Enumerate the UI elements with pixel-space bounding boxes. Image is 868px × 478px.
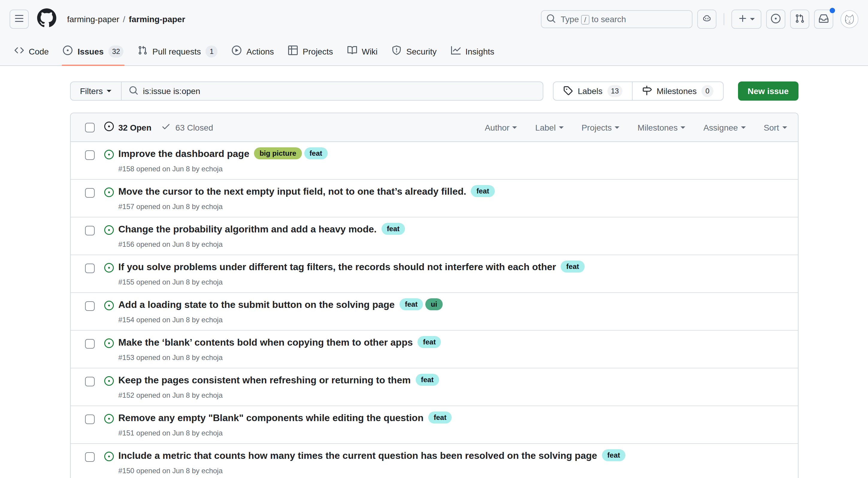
issue-row: Move the cursor to the next empty input … [70,180,798,217]
tab-wiki[interactable]: Wiki [340,37,385,65]
tab-insights[interactable]: Insights [444,37,502,65]
issue-row: If you solve problems under different ta… [70,255,798,293]
open-issue-icon [104,452,114,464]
git-pull-request-icon [795,13,805,25]
header-divider [724,13,724,25]
issue-main: Include a metric that counts how many ti… [118,449,788,476]
issue-row: Add a loading state to the submit button… [70,293,798,331]
issue-title-link[interactable]: Add a loading state to the submit button… [118,299,395,310]
issue-label-big-picture[interactable]: big picture [254,147,302,159]
issue-label-feat[interactable]: feat [602,449,626,461]
copilot-button[interactable] [697,9,716,29]
tab-pull-requests[interactable]: Pull requests1 [131,37,225,65]
issue-checkbox[interactable] [85,452,94,462]
new-issue-button[interactable]: New issue [738,82,798,101]
filter-dropdown-sort[interactable]: Sort [764,123,787,132]
issue-label-feat[interactable]: feat [428,412,452,423]
issue-row: Keep the pages consistent when refreshin… [70,369,798,406]
open-issue-icon [104,301,114,313]
issue-label-feat[interactable]: feat [415,374,439,386]
issue-meta: #150 opened on Jun 8 by echoja [118,466,788,476]
labels-count: 13 [607,85,622,97]
chevron-down-icon [782,126,787,131]
tab-code[interactable]: Code [7,37,56,65]
repo-tabs: CodeIssues32Pull requests1ActionsProject… [0,37,868,66]
github-logo[interactable] [37,8,56,30]
chevron-down-icon [681,126,685,131]
chevron-down-icon [615,126,620,131]
issue-checkbox[interactable] [85,377,94,386]
issue-title-link[interactable]: If you solve problems under different ta… [118,262,556,272]
tab-label: Issues [78,46,104,56]
main-content: Filters is:issue is:open Labels 13 Miles… [70,66,798,478]
issue-row: Make the ‘blank’ contents bold when copy… [70,331,798,369]
issue-checkbox[interactable] [85,263,94,273]
issue-row: Include a metric that counts how many ti… [70,444,798,478]
breadcrumb-owner-link[interactable]: farming-paper [67,14,119,24]
closed-issues-toggle[interactable]: 63 Closed [161,122,213,133]
issue-main: Move the cursor to the next empty input … [118,185,788,212]
issue-meta: #157 opened on Jun 8 by echoja [118,201,788,212]
issue-label-feat[interactable]: feat [304,147,328,159]
issue-label-feat[interactable]: feat [417,336,441,348]
issue-title-link[interactable]: Make the ‘blank’ contents bold when copy… [118,337,413,347]
milestone-icon [642,85,652,97]
global-bar-right: Type / to search [541,9,859,29]
breadcrumb-repo-link[interactable]: farming-paper [129,14,185,24]
tab-projects[interactable]: Projects [281,37,340,65]
page: farming-paper / farming-paper Type / to … [0,0,868,478]
your-pull-requests-button[interactable] [790,9,809,29]
issue-label-feat[interactable]: feat [561,261,585,273]
global-search-input[interactable]: Type / to search [541,10,692,28]
tab-label: Wiki [362,46,378,56]
create-new-button[interactable] [732,9,762,29]
issue-title-link[interactable]: Remove any empty "Blank" components whil… [118,413,424,423]
issue-label-feat[interactable]: feat [381,223,405,235]
issue-checkbox[interactable] [85,301,94,311]
issue-title-link[interactable]: Change the probability algorithm and add… [118,224,376,234]
labels-button[interactable]: Labels 13 [554,82,632,100]
issue-title-link[interactable]: Improve the dashboard page [118,149,249,159]
hamburger-menu-button[interactable] [9,9,29,29]
chevron-down-icon [750,18,755,23]
milestones-button[interactable]: Milestones 0 [632,82,723,100]
issue-checkbox[interactable] [85,150,94,160]
app-header: farming-paper / farming-paper Type / to … [0,0,868,66]
issue-title-link[interactable]: Include a metric that counts how many ti… [118,450,597,460]
issue-title-link[interactable]: Keep the pages consistent when refreshin… [118,375,411,385]
issue-checkbox[interactable] [85,339,94,349]
filter-dropdown-projects[interactable]: Projects [581,123,619,132]
issue-title-link[interactable]: Move the cursor to the next empty input … [118,186,466,196]
breadcrumb-separator: / [123,14,125,24]
issue-label-ui[interactable]: ui [425,298,442,310]
tab-issues[interactable]: Issues32 [56,37,131,65]
issue-label-feat[interactable]: feat [400,298,423,310]
user-avatar[interactable] [840,10,859,28]
issue-checkbox[interactable] [85,188,94,198]
select-all-checkbox[interactable] [85,123,94,132]
your-issues-button[interactable] [766,9,785,29]
global-search-placeholder: Type / to search [561,14,626,24]
notifications-inbox-button[interactable] [814,9,833,29]
tab-actions[interactable]: Actions [225,37,281,65]
filter-dropdown-assignee[interactable]: Assignee [703,123,745,132]
issue-label-feat[interactable]: feat [471,185,495,197]
issue-checkbox[interactable] [85,415,94,424]
open-issues-toggle[interactable]: 32 Open [104,122,152,133]
open-issue-icon [104,376,114,388]
milestones-count: 0 [702,85,713,97]
filter-dropdown-label[interactable]: Label [535,123,564,132]
issue-meta: #151 opened on Jun 8 by echoja [118,428,788,439]
open-issue-icon [104,339,114,350]
open-issue-icon [104,414,114,426]
tab-security[interactable]: Security [385,37,444,65]
issues-list: 32 Open 63 Closed AuthorLabelProjectsMil… [70,113,798,478]
filter-dropdown-author[interactable]: Author [485,123,517,132]
filters-dropdown-button[interactable]: Filters [70,82,121,100]
issue-row: Improve the dashboard pagebig picturefea… [70,142,798,180]
issues-search-input[interactable]: is:issue is:open [121,82,543,100]
chevron-down-icon [106,90,111,95]
filter-dropdown-milestones[interactable]: Milestones [638,123,686,132]
issue-checkbox[interactable] [85,226,94,235]
play-icon [232,45,242,57]
